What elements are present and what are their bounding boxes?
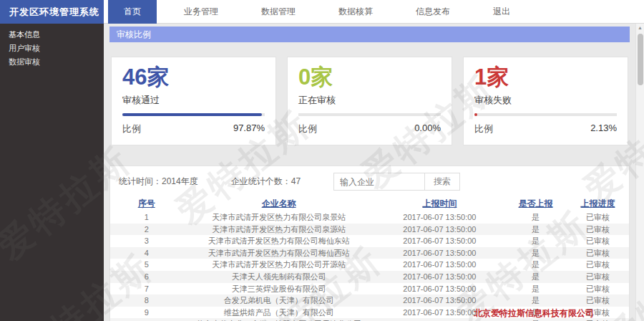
cell-company-name: 天津市武清开发区热力有限公司梅仙西站 <box>183 247 375 259</box>
failed-label: 审核失败 <box>474 94 617 107</box>
cell-reported: 是 <box>504 307 567 319</box>
header-report-time[interactable]: 上报时间 <box>375 196 504 211</box>
cell-progress: 已审核 <box>567 318 629 321</box>
table-row[interactable]: 3 天津市武清开发区热力有限公司梅仙东站 2017-06-07 13:50:00… <box>110 235 629 247</box>
cell-reported: 是 <box>504 283 567 295</box>
sidebar-item[interactable]: 数据审核 <box>0 55 104 69</box>
nav-tab[interactable]: 信息发布 <box>400 0 466 24</box>
table-row[interactable]: 10 信义光伏产业（安徽）控股有限公司天津分公司 2017-06-07 13:5… <box>110 318 629 321</box>
cell-no: 4 <box>110 247 183 259</box>
filter-row: 统计时间：2014年度 企业统计个数：47 搜索 <box>110 166 629 196</box>
cell-report-time: 2017-06-07 13:50:00 <box>375 259 504 271</box>
sidebar-item-label: 数据审核 <box>9 57 40 66</box>
sidebar: 开发区环境管理系统 基本信息 用户审核 数据审核 <box>0 0 104 321</box>
cell-company-name: 天津三英焊业股份有限公司 <box>183 283 375 295</box>
header-company-name[interactable]: 企业名称 <box>183 196 375 211</box>
search-button[interactable]: 搜索 <box>425 173 460 191</box>
nav-tab-label: 业务管理 <box>184 6 218 16</box>
top-nav: 首页 业务管理 数据管理 数据核算 信息发布 退出 <box>104 0 644 24</box>
table-row[interactable]: 4 天津市武清开发区热力有限公司梅仙西站 2017-06-07 13:50:00… <box>110 247 629 259</box>
failed-progress-fill <box>474 113 477 116</box>
cell-progress: 已审核 <box>567 224 629 236</box>
passed-count: 46家 <box>122 64 265 90</box>
stat-card-failed: 1家 审核失败 比例 2.13% <box>463 57 628 145</box>
header-no[interactable]: 序号 <box>110 196 183 211</box>
nav-tab-label: 信息发布 <box>416 6 450 16</box>
table-row[interactable]: 5 天津市武清开发区热力有限公司开源站 2017-06-07 13:50:00 … <box>110 259 629 271</box>
table-row[interactable]: 7 天津三英焊业股份有限公司 2017-06-07 13:50:00 是 已审核 <box>110 283 629 295</box>
cell-no: 5 <box>110 259 183 271</box>
failed-count: 1家 <box>474 64 617 90</box>
passed-count-value: 46 <box>122 64 147 90</box>
stat-time-label: 统计时间：2014年度 <box>119 176 198 188</box>
nav-tab-label: 退出 <box>493 6 510 16</box>
cell-report-time: 2017-06-07 13:50:00 <box>375 318 504 321</box>
cell-company-name: 天津市武清开发区热力有限公司泉源站 <box>183 224 375 236</box>
cell-no: 1 <box>110 211 183 224</box>
cell-no: 3 <box>110 235 183 247</box>
review-ratio-panel-title: 审核比例 <box>109 27 630 42</box>
app-title: 开发区环境管理系统 <box>0 0 104 24</box>
cell-company-name: 信义光伏产业（安徽）控股有限公司天津分公司 <box>183 318 375 321</box>
nav-tab-label: 首页 <box>124 6 141 16</box>
nav-tab[interactable]: 数据管理 <box>245 0 311 24</box>
passed-ratio-value: 97.87% <box>233 123 265 135</box>
scroll-up-arrow[interactable]: ▲ <box>636 24 644 32</box>
cell-no: 9 <box>110 307 183 319</box>
nav-tab[interactable]: 数据核算 <box>323 0 389 24</box>
failed-ratio-label: 比例 <box>474 123 493 135</box>
scrollbar-thumb[interactable] <box>638 34 643 85</box>
nav-tab[interactable]: 退出 <box>477 0 526 24</box>
cell-progress: 已审核 <box>567 247 629 259</box>
main-content: 审核比例 46家 审核通过 比例 97.87% 0家 正在审核 <box>104 24 635 321</box>
failed-count-unit: 家 <box>487 64 509 90</box>
table-row[interactable]: 9 维益烘焙产品（天津）有限公司 2017-06-07 13:50:00 是 已… <box>110 307 629 319</box>
table-row[interactable]: 1 天津市武清开发区热力有限公司泉景站 2017-06-07 13:50:00 … <box>110 211 629 224</box>
nav-tab-label: 数据核算 <box>338 6 373 16</box>
table-header-row: 序号 企业名称 上报时间 是否上报 上报进度 <box>110 196 629 211</box>
vertical-scrollbar[interactable]: ▲ <box>635 24 644 321</box>
cell-company-name: 天津天人领先制药有限公司 <box>183 271 375 283</box>
table-row[interactable]: 2 天津市武清开发区热力有限公司泉源站 2017-06-07 13:50:00 … <box>110 224 629 236</box>
header-progress[interactable]: 上报进度 <box>567 196 629 211</box>
cell-progress: 已审核 <box>567 271 629 283</box>
cell-progress: 已审核 <box>567 235 629 247</box>
cell-reported: 是 <box>504 271 567 283</box>
cell-report-time: 2017-06-07 13:50:00 <box>375 211 504 224</box>
table-row[interactable]: 6 天津天人领先制药有限公司 2017-06-07 13:50:00 是 已审核 <box>110 271 629 283</box>
sidebar-item-label: 基本信息 <box>9 30 40 39</box>
cell-reported: 是 <box>504 247 567 259</box>
passed-progress-bar <box>122 113 265 116</box>
sidebar-menu: 基本信息 用户审核 数据审核 <box>0 24 104 69</box>
sidebar-item[interactable]: 基本信息 <box>0 28 104 42</box>
cell-reported: 是 <box>504 235 567 247</box>
sidebar-item-label: 用户审核 <box>9 44 40 52</box>
cell-reported: 是 <box>504 224 567 236</box>
cell-progress: 已审核 <box>567 259 629 271</box>
cell-reported: 是 <box>504 294 567 307</box>
table-body: 1 天津市武清开发区热力有限公司泉景站 2017-06-07 13:50:00 … <box>110 211 629 321</box>
failed-count-value: 1 <box>474 64 487 90</box>
companies-table: 序号 企业名称 上报时间 是否上报 上报进度 1 天津市武清开发区热力有限公司泉… <box>110 196 629 321</box>
cell-company-name: 合发兄弟机电（天津）有限公司 <box>183 294 375 307</box>
in-review-count-value: 0 <box>298 64 311 90</box>
table-row[interactable]: 8 合发兄弟机电（天津）有限公司 2017-06-07 13:50:00 是 已… <box>110 294 629 307</box>
cell-report-time: 2017-06-07 13:50:00 <box>375 271 504 283</box>
nav-tab[interactable]: 首页 <box>108 0 157 24</box>
passed-ratio-row: 比例 97.87% <box>122 123 265 135</box>
cell-progress: 已审核 <box>567 307 629 319</box>
passed-label: 审核通过 <box>122 94 265 107</box>
cell-report-time: 2017-06-07 13:50:00 <box>375 224 504 236</box>
nav-tab-label: 数据管理 <box>261 6 296 16</box>
company-search-input[interactable] <box>333 173 425 191</box>
cell-reported: 是 <box>504 318 567 321</box>
in-review-count-unit: 家 <box>311 64 333 90</box>
cell-company-name: 维益烘焙产品（天津）有限公司 <box>183 307 375 319</box>
sidebar-item[interactable]: 用户审核 <box>0 42 104 55</box>
in-review-ratio-row: 比例 0.00% <box>298 123 441 135</box>
passed-ratio-label: 比例 <box>122 123 141 135</box>
header-reported[interactable]: 是否上报 <box>504 196 567 211</box>
nav-tab[interactable]: 业务管理 <box>168 0 234 24</box>
cell-progress: 已审核 <box>567 283 629 295</box>
in-review-label: 正在审核 <box>298 94 441 107</box>
